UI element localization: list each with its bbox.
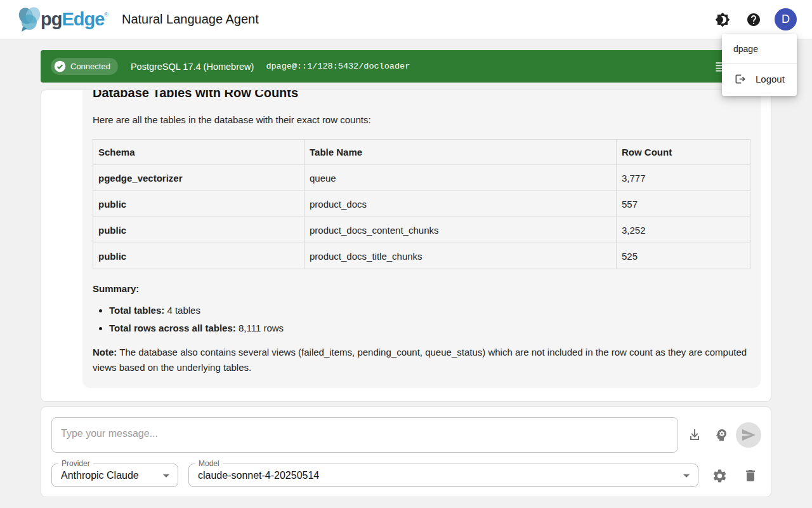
download-chat-button[interactable]	[684, 425, 705, 445]
cell-row-count: 557	[617, 191, 750, 217]
send-icon	[741, 427, 756, 443]
trash-icon	[743, 468, 758, 483]
pgedge-logo: pgEdge®	[15, 5, 108, 34]
table-row: public product_docs_title_chunks 525	[93, 243, 750, 269]
download-icon	[687, 427, 702, 443]
cell-row-count: 3,252	[617, 217, 750, 243]
column-header-schema: Schema	[93, 140, 304, 165]
send-button[interactable]	[736, 422, 761, 448]
check-circle-icon	[54, 60, 66, 72]
help-icon	[746, 12, 761, 27]
chevron-down-icon	[679, 468, 694, 483]
assistant-message: Database Tables with Row Counts Here are…	[82, 90, 761, 388]
table-row: public product_docs_content_chunks 3,252	[93, 217, 750, 243]
menu-item-logout[interactable]: Logout	[722, 67, 797, 91]
table-row: pgedge_vectorizer queue 3,777	[93, 165, 750, 191]
column-header-table-name: Table Name	[304, 140, 617, 165]
thinking-toggle-button[interactable]	[711, 425, 731, 445]
gear-icon	[712, 468, 728, 484]
table-row: public product_docs 557	[93, 191, 750, 217]
table-header-row: Schema Table Name Row Count	[93, 140, 750, 165]
message-note: Note: The database also contains several…	[93, 345, 750, 375]
cell-table-name: product_docs_content_chunks	[304, 217, 617, 243]
summary-list: Total tables: 4 tables Total rows across…	[93, 302, 750, 337]
connection-string: dpage@::1/128:5432/docloader	[266, 62, 410, 71]
provider-select-label: Provider	[58, 459, 93, 468]
model-select[interactable]: Model claude-sonnet-4-20250514	[188, 464, 698, 487]
user-menu: dpage Logout	[722, 34, 797, 96]
message-heading: Database Tables with Row Counts	[93, 90, 750, 101]
summary-heading: Summary:	[93, 283, 750, 294]
cell-schema: public	[93, 243, 304, 269]
connected-badge: Connected	[51, 58, 118, 75]
help-button[interactable]	[742, 8, 765, 31]
chat-history-panel[interactable]: Database Tables with Row Counts Here are…	[41, 90, 771, 402]
server-version: PostgreSQL 17.4 (Homebrew)	[131, 62, 254, 72]
menu-item-username: dpage	[722, 39, 797, 59]
cell-schema: public	[93, 217, 304, 243]
clear-chat-button[interactable]	[740, 465, 761, 486]
cell-row-count: 3,777	[617, 165, 750, 191]
chevron-down-icon	[159, 468, 174, 483]
cell-table-name: queue	[304, 165, 617, 191]
pgedge-wordmark: pgEdge®	[41, 9, 108, 30]
settings-button[interactable]	[709, 465, 730, 486]
user-avatar[interactable]: D	[775, 8, 797, 30]
cell-row-count: 525	[617, 243, 750, 269]
model-select-value: claude-sonnet-4-20250514	[198, 470, 319, 481]
message-intro: Here are all the tables in the database …	[93, 112, 750, 128]
cell-table-name: product_docs	[304, 191, 617, 217]
page-title: Natural Language Agent	[122, 12, 259, 27]
cell-schema: public	[93, 191, 304, 217]
provider-select-value: Anthropic Claude	[61, 470, 139, 481]
cell-schema: pgedge_vectorizer	[93, 165, 304, 191]
app-header: pgEdge® Natural Language Agent D	[0, 0, 812, 39]
connected-label: Connected	[70, 62, 110, 71]
logout-label: Logout	[756, 74, 785, 84]
model-select-label: Model	[195, 459, 223, 468]
logout-icon	[733, 72, 747, 86]
list-item: Total tables: 4 tables	[109, 302, 750, 319]
composer-panel: Provider Anthropic Claude Model claude-s…	[41, 406, 771, 497]
list-item: Total rows across all tables: 8,111 rows	[109, 319, 750, 337]
provider-select[interactable]: Provider Anthropic Claude	[51, 464, 178, 487]
db-tables-table: Schema Table Name Row Count pgedge_vecto…	[93, 139, 750, 269]
cell-table-name: product_docs_title_chunks	[304, 243, 617, 269]
psychology-icon	[714, 427, 729, 443]
message-input[interactable]	[51, 417, 678, 453]
connection-status-bar: Connected PostgreSQL 17.4 (Homebrew) dpa…	[41, 50, 771, 83]
brightness-icon	[715, 12, 730, 27]
column-header-row-count: Row Count	[617, 140, 750, 165]
menu-divider	[722, 63, 797, 64]
theme-toggle-button[interactable]	[711, 8, 734, 31]
